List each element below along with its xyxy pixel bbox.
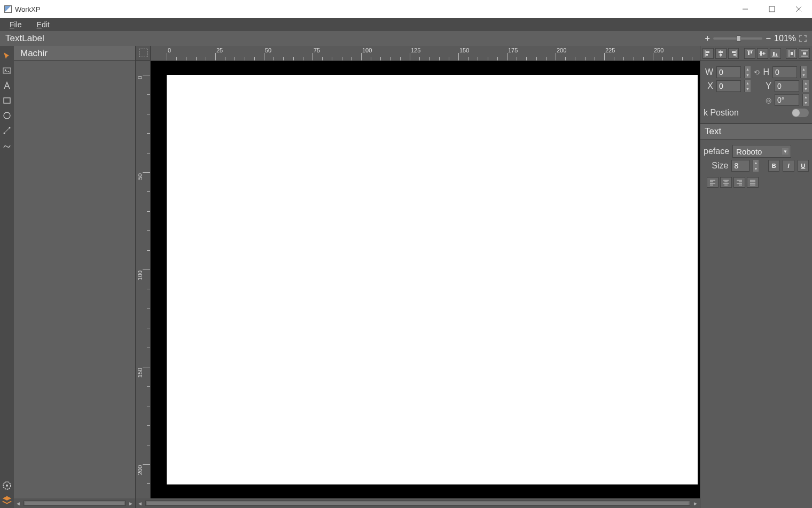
ruler-origin[interactable] [136,46,151,61]
image-tool[interactable] [1,63,13,78]
menu-file[interactable]: File [2,19,29,30]
text-align-left-button[interactable] [707,177,719,188]
transform-section: W 0▲▼ ⟲ H 0▲▼ X 0▲▼ Y 0▲▼ ◎ 0°▲▼ k Posti… [700,61,812,124]
svg-point-7 [4,112,10,119]
svg-rect-14 [706,51,709,53]
svg-point-12 [6,484,8,487]
svg-rect-18 [720,54,722,56]
select-tool[interactable] [1,48,13,63]
svg-rect-1 [769,6,775,12]
properties-panel: W 0▲▼ ⟲ H 0▲▼ X 0▲▼ Y 0▲▼ ◎ 0°▲▼ k Posti… [700,46,812,508]
svg-rect-21 [733,54,736,56]
align-bottom-button[interactable] [770,48,781,59]
text-align-justify-button[interactable] [747,177,759,188]
link-wh-icon[interactable]: ⟲ [754,68,760,76]
svg-line-10 [5,128,9,133]
text-section: peface Roboto▼ Size 8▲▼ B I U [700,140,812,194]
svg-rect-33 [791,52,793,55]
width-input[interactable]: 0 [716,66,741,78]
typeface-select[interactable]: Roboto▼ [732,145,791,158]
maximize-button[interactable] [759,0,785,18]
rotation-icon: ◎ [766,96,771,104]
align-top-button[interactable] [744,48,755,59]
lock-position-toggle[interactable] [792,109,809,117]
layers-icon[interactable] [1,493,13,508]
height-stepper[interactable]: ▲▼ [800,66,807,78]
y-input[interactable]: 0 [775,80,799,92]
canvas-page[interactable] [167,75,698,484]
scroll-right-icon[interactable]: ► [127,499,135,507]
svg-rect-27 [763,52,764,55]
close-button[interactable] [785,0,812,18]
svg-rect-17 [719,51,723,53]
svg-rect-36 [803,52,806,55]
chevron-down-icon: ▼ [782,148,788,155]
italic-button[interactable]: I [783,160,794,172]
align-center-v-button[interactable] [757,48,768,59]
zoom-out-button[interactable]: − [764,34,772,43]
zoom-in-button[interactable]: + [704,34,711,43]
curve-tool[interactable] [1,138,13,153]
svg-rect-30 [776,53,777,56]
zoom-slider-thumb[interactable] [737,35,741,42]
rotation-stepper[interactable]: ▲▼ [802,94,809,106]
layers-list [14,61,135,498]
scroll-left-icon[interactable]: ◄ [136,499,144,507]
typeface-label: peface [704,147,729,156]
svg-rect-6 [4,98,10,103]
topbar: TextLabel + − 101% [0,31,812,46]
x-stepper[interactable]: ▲▼ [744,80,751,92]
size-stepper[interactable]: ▲▼ [753,160,759,172]
distribute-h-button[interactable] [786,48,797,59]
canvas-hscroll[interactable]: ◄ ► [136,498,700,508]
menubar: File Edit [0,18,812,31]
scroll-right-icon[interactable]: ► [691,499,700,507]
width-stepper[interactable]: ▲▼ [744,66,751,78]
height-label: H [763,67,769,77]
document-tab[interactable]: Machir [14,46,135,61]
layers-hscroll[interactable]: ◄ ► [14,498,135,508]
line-tool[interactable] [1,123,13,138]
svg-rect-15 [706,54,708,56]
svg-rect-29 [773,52,775,56]
x-input[interactable]: 0 [716,80,741,92]
svg-rect-23 [748,51,749,55]
text-align-center-button[interactable] [720,177,732,188]
height-input[interactable]: 0 [772,66,797,78]
zoom-fit-button[interactable] [798,34,808,43]
align-left-button[interactable] [702,48,714,59]
settings-icon[interactable] [1,478,13,493]
rectangle-tool[interactable] [1,93,13,108]
svg-rect-26 [760,51,762,56]
zoom-value: 101% [774,34,796,43]
menu-edit[interactable]: Edit [29,19,57,30]
y-label: Y [765,81,771,91]
lock-position-label: k Postion [704,108,739,118]
zoom-slider[interactable] [713,37,762,40]
ruler-horizontal[interactable]: 025507510012515017520022525027 [151,46,700,61]
align-right-button[interactable] [728,48,739,59]
rotation-input[interactable]: 0° [775,94,799,106]
window-title: WorkXP [15,5,40,13]
scroll-left-icon[interactable]: ◄ [14,499,22,507]
distribute-v-button[interactable] [799,48,810,59]
svg-rect-24 [751,51,752,53]
canvas-viewport[interactable] [151,61,700,498]
app-icon [4,5,12,13]
minimize-button[interactable] [732,0,759,18]
y-stepper[interactable]: ▲▼ [802,80,809,92]
align-toolbar [700,46,812,61]
ruler-vertical[interactable]: 050100150200 [136,61,151,498]
align-center-h-button[interactable] [715,48,727,59]
underline-button[interactable]: U [798,160,809,172]
size-input[interactable]: 8 [731,160,749,172]
canvas-area: 025507510012515017520022525027 050100150… [136,46,700,508]
zoom-control: + − 101% [704,34,812,43]
layers-panel: Machir ◄ ► [14,46,136,508]
text-tool[interactable] [1,78,13,93]
text-align-right-button[interactable] [733,177,745,188]
ellipse-tool[interactable] [1,108,13,123]
x-label: X [704,81,713,91]
bold-button[interactable]: B [768,160,779,172]
width-label: W [704,67,713,77]
